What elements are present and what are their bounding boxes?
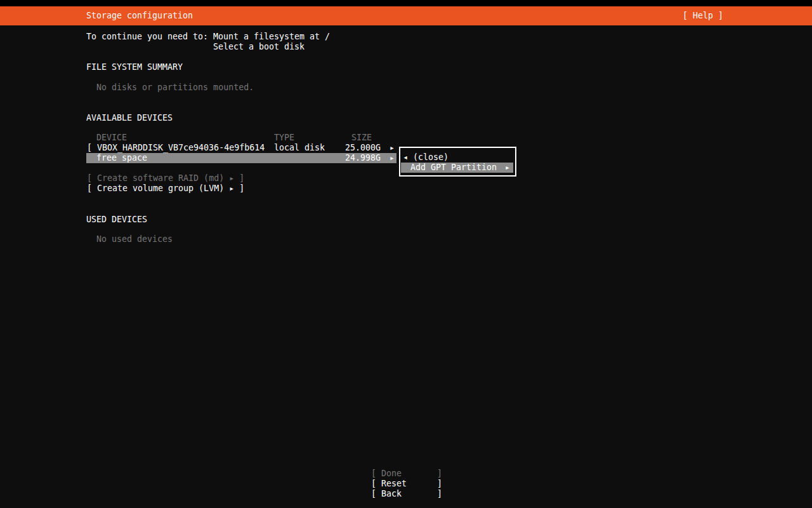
submenu-arrow-icon: ▸ bbox=[505, 163, 510, 173]
free-space-row-selected[interactable]: free space 24.998G ▸ bbox=[86, 153, 396, 163]
device-size: 25.000G bbox=[345, 143, 381, 153]
help-button[interactable]: [ Help ] bbox=[683, 6, 723, 25]
back-button[interactable]: [ Back ] bbox=[371, 489, 442, 499]
free-space-context-menu: ◂ (close) Add GPT Partition ▸ bbox=[399, 147, 516, 177]
popup-close-label: (close) bbox=[413, 152, 449, 163]
free-space-label: free space bbox=[96, 153, 147, 163]
requirement-mount-filesystem: Mount a filesystem at / bbox=[213, 32, 330, 42]
popup-add-gpt-partition-item[interactable]: Add GPT Partition ▸ bbox=[401, 163, 513, 173]
column-header-device: DEVICE bbox=[96, 133, 127, 143]
filesystem-summary-empty-message: No disks or partitions mounted. bbox=[96, 83, 254, 93]
column-header-type: TYPE bbox=[274, 133, 294, 143]
used-devices-heading: USED DEVICES bbox=[86, 215, 147, 225]
reset-button[interactable]: [ Reset ] bbox=[371, 479, 442, 489]
popup-close-item[interactable]: ◂ (close) bbox=[400, 152, 514, 163]
device-row-bracket: [ bbox=[87, 143, 92, 153]
title-bar: Storage configuration [ Help ] bbox=[0, 6, 812, 25]
collapse-arrow-icon: ◂ bbox=[403, 152, 408, 163]
filesystem-summary-heading: FILE SYSTEM SUMMARY bbox=[86, 62, 183, 72]
create-software-raid-button[interactable]: [ Create software RAID (md) ▸ ] bbox=[87, 173, 244, 184]
page-title: Storage configuration bbox=[86, 6, 193, 25]
top-strip bbox=[0, 0, 812, 6]
available-devices-heading: AVAILABLE DEVICES bbox=[86, 113, 173, 123]
device-type: local disk bbox=[274, 143, 325, 153]
expand-arrow-icon: ▸ bbox=[390, 153, 395, 163]
add-gpt-partition-label: Add GPT Partition bbox=[410, 163, 497, 173]
intro-prefix: To continue you need to: bbox=[86, 32, 208, 42]
storage-configuration-screen: Storage configuration [ Help ] To contin… bbox=[0, 0, 812, 508]
column-header-size: SIZE bbox=[351, 133, 372, 143]
used-devices-empty-message: No used devices bbox=[96, 234, 173, 244]
free-space-size: 24.998G bbox=[345, 153, 381, 163]
requirement-boot-disk: Select a boot disk bbox=[213, 42, 304, 52]
create-volume-group-button[interactable]: [ Create volume group (LVM) ▸ ] bbox=[87, 184, 244, 194]
expand-arrow-icon: ▸ bbox=[390, 143, 395, 153]
done-button[interactable]: [ Done ] bbox=[371, 469, 442, 479]
device-name: VBOX_HARDDISK_VB7ce94036-4e9fb614 bbox=[97, 143, 265, 153]
